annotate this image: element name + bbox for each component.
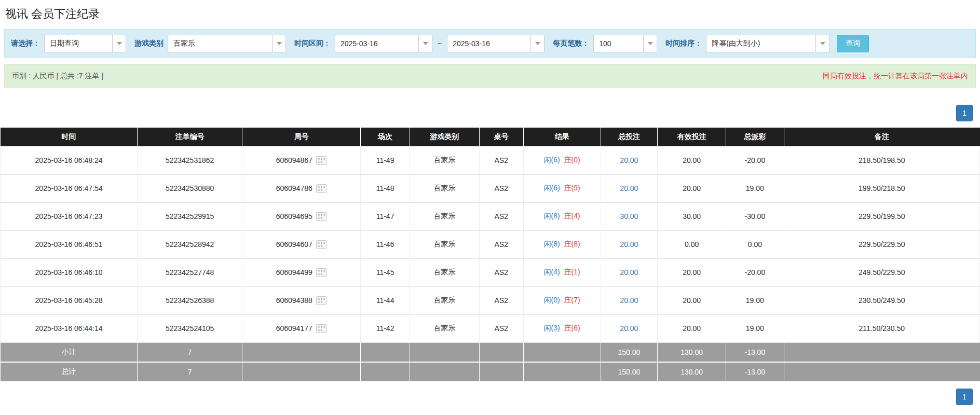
currency-total-summary: 币别 : 人民币 | 总共 :7 注单 | — [12, 72, 103, 81]
col-header-table-no: 桌号 — [479, 128, 523, 146]
road-map-icon[interactable] — [316, 240, 327, 249]
road-map-icon[interactable] — [316, 212, 327, 221]
date-from-dropdown[interactable]: 2025-03-16 — [335, 35, 432, 52]
total-bet-link[interactable]: 20.00 — [620, 296, 638, 305]
total-total-bet: 150.00 — [601, 362, 657, 382]
date-to-caret-button[interactable] — [530, 35, 544, 52]
subtotal-label: 小计 — [1, 342, 138, 362]
subtotal-row: 小计 7 150.00 130.00 -13.00 — [1, 342, 980, 362]
query-type-label: 请选择： — [11, 39, 40, 48]
chevron-down-icon — [648, 42, 653, 45]
search-button[interactable]: 查询 — [837, 35, 869, 52]
bet-id-cell: 522342524105 — [138, 314, 242, 342]
table-no-cell: AS2 — [479, 258, 523, 286]
valid-bet-notice: 同局有效投注，统一计算在该局第一张注单内 — [823, 72, 968, 81]
total-bet-link[interactable]: 20.00 — [620, 156, 638, 164]
table-row: 2025-03-16 06:45:28 522342526388 6060943… — [1, 286, 980, 314]
page-size-caret-button[interactable] — [643, 35, 657, 52]
total-bet-link[interactable]: 20.00 — [620, 184, 638, 192]
valid-bet-cell: 30.00 — [658, 202, 726, 230]
time-cell: 2025-03-16 06:46:51 — [1, 230, 138, 258]
round-id: 606094867 — [276, 156, 312, 164]
date-to-dropdown[interactable]: 2025-03-16 — [447, 35, 545, 52]
bet-id-cell: 522342531862 — [138, 146, 242, 174]
round-cell: 606094607 — [242, 230, 361, 258]
round-id: 606094388 — [276, 296, 312, 305]
date-from-caret-button[interactable] — [418, 35, 432, 52]
time-cell: 2025-03-16 06:48:24 — [1, 146, 138, 174]
page-1-button[interactable]: 1 — [956, 389, 973, 405]
banker-result: 庄(7) — [564, 296, 580, 304]
total-bet-link[interactable]: 20.00 — [620, 268, 638, 276]
subtotal-valid-bet: 130.00 — [658, 342, 726, 362]
col-header-valid-bet: 有效投注 — [658, 128, 726, 146]
query-type-caret-button[interactable] — [112, 35, 126, 52]
banker-result: 庄(1) — [564, 268, 580, 276]
subtotal-count: 7 — [138, 342, 242, 362]
query-type-dropdown[interactable]: 日期查询 — [44, 35, 126, 52]
round-id: 606094499 — [276, 268, 312, 276]
round-id: 606094607 — [276, 240, 312, 248]
total-bet-cell: 30.00 — [601, 202, 657, 230]
round-cell: 606094695 — [242, 202, 361, 230]
total-bet-link[interactable]: 20.00 — [620, 240, 638, 248]
road-map-icon[interactable] — [316, 268, 327, 277]
total-bet-link[interactable]: 30.00 — [620, 212, 638, 220]
chevron-down-icon — [423, 42, 428, 45]
road-map-icon[interactable] — [316, 324, 327, 333]
result-cell: 闲(8) 庄(8) — [523, 230, 601, 258]
game-type-cell: 百家乐 — [410, 174, 479, 202]
table-no-cell: AS2 — [479, 314, 523, 342]
table-no-cell: AS2 — [479, 146, 523, 174]
valid-bet-cell: 20.00 — [658, 258, 726, 286]
game-type-dropdown[interactable]: 百家乐 — [168, 35, 286, 52]
page-size-dropdown[interactable]: 100 — [593, 35, 657, 52]
payout-cell: 0.00 — [726, 230, 784, 258]
col-header-round: 局号 — [242, 128, 361, 146]
banker-result: 庄(4) — [564, 212, 580, 220]
table-header-row: 时间 注单编号 局号 场次 游戏类别 桌号 结果 总投注 有效投注 总派彩 备注 — [1, 128, 980, 146]
page: 视讯 会员下注纪录 请选择： 日期查询 游戏类别 百家乐 时间区间： 2025-… — [0, 6, 980, 405]
player-result: 闲(8) — [544, 240, 560, 248]
total-bet-cell: 20.00 — [601, 230, 657, 258]
session-cell: 11-44 — [361, 286, 410, 314]
bet-id-cell: 522342530880 — [138, 174, 242, 202]
session-cell: 11-45 — [361, 258, 410, 286]
bet-id-cell: 522342529915 — [138, 202, 242, 230]
sort-value: 降幂(由大到小) — [706, 35, 815, 52]
game-type-value: 百家乐 — [168, 35, 272, 52]
total-label: 总计 — [1, 362, 138, 382]
col-header-note: 备注 — [784, 128, 979, 146]
game-type-caret-button[interactable] — [272, 35, 285, 52]
game-type-cell: 百家乐 — [410, 146, 479, 174]
total-bet-cell: 20.00 — [601, 258, 657, 286]
time-cell: 2025-03-16 06:45:28 — [1, 286, 138, 314]
road-map-icon[interactable] — [316, 296, 327, 305]
table-row: 2025-03-16 06:44:14 522342524105 6060941… — [1, 314, 980, 342]
col-header-bet-id: 注单编号 — [138, 128, 242, 146]
payout-cell: 19.00 — [726, 286, 784, 314]
total-bet-link[interactable]: 20.00 — [620, 324, 638, 333]
time-range-label: 时间区间： — [294, 39, 331, 48]
road-map-icon[interactable] — [316, 184, 327, 193]
payout-cell: 19.00 — [726, 314, 784, 342]
road-map-icon[interactable] — [316, 156, 327, 165]
game-type-cell: 百家乐 — [410, 314, 479, 342]
note-cell: 199.50/218.50 — [784, 174, 979, 202]
sort-caret-button[interactable] — [815, 35, 829, 52]
valid-bet-cell: 20.00 — [658, 174, 726, 202]
sort-dropdown[interactable]: 降幂(由大到小) — [706, 35, 829, 52]
subtotal-total-bet: 150.00 — [601, 342, 657, 362]
game-type-cell: 百家乐 — [410, 286, 479, 314]
page-1-button[interactable]: 1 — [956, 105, 973, 121]
round-id: 606094786 — [276, 184, 312, 192]
col-header-payout: 总派彩 — [726, 128, 784, 146]
valid-bet-cell: 20.00 — [658, 314, 726, 342]
total-bet-cell: 20.00 — [601, 174, 657, 202]
sort-label: 时间排序： — [665, 39, 702, 48]
note-cell: 211.50/230.50 — [784, 314, 979, 342]
payout-cell: -20.00 — [726, 258, 784, 286]
time-cell: 2025-03-16 06:44:14 — [1, 314, 138, 342]
date-from-value: 2025-03-16 — [335, 35, 418, 52]
session-cell: 11-49 — [361, 146, 410, 174]
